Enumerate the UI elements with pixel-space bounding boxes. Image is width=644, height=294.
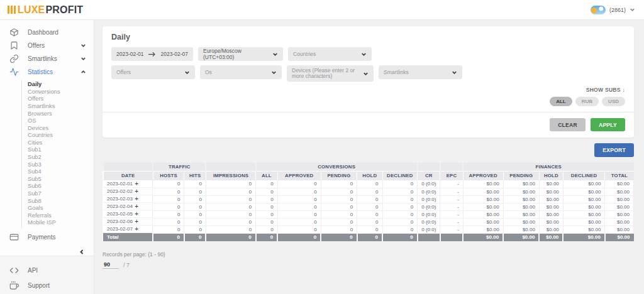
apply-button[interactable]: APPLY [591,118,625,131]
offers-select[interactable]: Offers [111,65,195,79]
os-select[interactable]: Os [200,65,282,79]
countries-select[interactable]: Countries [288,47,372,61]
column-header-epc[interactable]: EPC [440,171,463,180]
currency-pill-rub[interactable]: RUB [575,97,599,106]
sidebar-subitem-browsers[interactable]: Browsers [28,111,94,118]
sidebar-subitem-mobile-isp[interactable]: Mobile ISP [28,219,94,227]
stat-cell: 0 [206,188,255,195]
timezone-select[interactable]: Europe/Moscow (UTC+03:00) [198,47,283,61]
sidebar-item-dashboard[interactable]: Dashboard [0,26,94,39]
sidebar-subitem-smartlinks[interactable]: Smartlinks [28,103,94,111]
devices-select[interactable]: Devices (Please enter 2 or more characte… [287,65,374,82]
column-header-approved[interactable]: APPROVED [277,171,321,180]
expand-row-icon[interactable]: + [135,211,138,217]
column-header-hosts[interactable]: HOSTS [153,171,184,180]
stat-cell: $0.00 [605,188,634,195]
logo-text-profit: PROFIT [45,4,83,16]
sidebar-subitem-conversions[interactable]: Conversions [28,89,94,96]
sidebar-subitem-sub1[interactable]: Sub1 [28,146,94,154]
expand-row-icon[interactable]: + [135,226,138,232]
column-header-total[interactable]: TOTAL [605,171,634,180]
sidebar-subitem-referrals[interactable]: Referrals [28,212,94,220]
total-cell [440,233,463,241]
stat-cell: 0 [153,203,184,210]
sidebar-subitem-sub8[interactable]: Sub8 [28,198,94,205]
table-column-header-row: DATEHOSTSHITSIMPRESSIONSALLAPPROVEDPENDI… [103,171,634,180]
stat-cell: $0.00 [503,188,539,195]
filter-panel: Daily 2023-02-01 2023-02-07 Europe/Mosco… [103,26,634,138]
table-group-traffic: TRAFFIC [153,163,206,171]
sidebar-item-offers[interactable]: Offers [0,39,94,52]
expand-row-icon[interactable]: + [135,219,138,225]
column-header-all[interactable]: ALL [256,171,278,180]
stat-cell: $0.00 [605,195,634,203]
sidebar-subitem-devices[interactable]: Devices [28,125,94,133]
export-button[interactable]: EXPORT [594,143,634,157]
stat-cell: 0 [256,203,278,210]
sidebar-subitem-cities[interactable]: Cities [28,139,94,147]
column-header-pending[interactable]: PENDING [503,171,539,180]
stat-cell: 0 [321,210,357,218]
date-from[interactable]: 2023-02-01 [116,51,143,57]
per-page-input[interactable] [103,261,119,269]
sidebar-subitem-goals[interactable]: Goals [28,205,94,212]
show-subs-toggle[interactable]: SHOW SUBS ↓ [586,87,625,93]
sidebar-subitem-os[interactable]: OS [28,117,94,125]
date-to[interactable]: 2023-02-07 [160,51,187,57]
column-header-hold[interactable]: HOLD [357,171,382,180]
column-header-hold[interactable]: HOLD [539,171,563,180]
column-header-cr[interactable]: CR [418,171,440,180]
date-cell: 2023-02-01+ [103,180,153,188]
devices-placeholder: Devices (Please enter 2 or more characte… [292,66,363,82]
sidebar-subitem-sub7[interactable]: Sub7 [28,190,94,198]
currency-pill-all[interactable]: ALL [550,97,572,106]
clear-button[interactable]: CLEAR [550,118,586,131]
expand-row-icon[interactable]: + [135,188,138,195]
sidebar-item-statistics[interactable]: Statistics [0,65,94,79]
account-menu[interactable]: (2861) [591,6,635,14]
column-header-pending[interactable]: PENDING [321,171,357,180]
stat-cell: 0 [184,226,206,233]
sidebar-subitem-countries[interactable]: Countries [28,132,94,139]
date-range-picker[interactable]: 2023-02-01 2023-02-07 [111,47,193,61]
arrow-right-icon [148,52,156,57]
sidebar-subitem-offers[interactable]: Offers [28,95,94,103]
sidebar-label-support: Support [28,282,86,289]
sidebar-item-support[interactable]: Support [0,278,94,293]
stat-cell: 0 (0:0) [418,188,440,195]
expand-row-icon[interactable]: + [135,181,138,187]
records-per-page-label: Records per page: (1 - 90) [103,251,634,258]
stat-cell: 0 [277,180,321,188]
sidebar-item-smartlinks[interactable]: Smartlinks [0,52,94,65]
row-date: 2023-02-05 [107,211,133,217]
sidebar-subitem-sub2[interactable]: Sub2 [28,154,94,161]
column-header-declined[interactable]: DECLINED [382,171,418,180]
stat-cell: $0.00 [539,188,563,195]
sidebar-item-payments[interactable]: Payments [0,231,94,244]
stat-cell: 0 [206,218,255,226]
table-group-spacer [103,163,153,171]
smartlinks-select[interactable]: Smartlinks [379,65,462,79]
currency-pill-usd[interactable]: USD [602,97,625,106]
stat-cell: 0 [277,195,321,203]
stat-cell: $0.00 [605,203,634,210]
expand-row-icon[interactable]: + [135,196,138,202]
column-header-impressions[interactable]: IMPRESSIONS [206,171,255,180]
row-date: 2023-02-03 [107,196,133,202]
sidebar-collapse-button[interactable] [79,249,85,256]
column-header-declined[interactable]: DECLINED [563,171,605,180]
sidebar-item-api[interactable]: API [0,263,94,278]
sidebar-subitem-sub3[interactable]: Sub3 [28,161,94,169]
column-header-hits[interactable]: HITS [184,171,206,180]
stat-cell: 0 [153,210,184,218]
sidebar-label-offers: Offers [28,42,80,49]
column-header-date[interactable]: DATE [103,171,153,180]
sidebar-subitem-daily[interactable]: Daily [28,81,94,89]
chevron-down-icon [184,70,190,75]
sidebar-subitem-sub6[interactable]: Sub6 [28,183,94,190]
column-header-approved[interactable]: APPROVED [463,171,503,180]
sidebar-subitem-sub5[interactable]: Sub5 [28,176,94,183]
sidebar-subitem-sub4[interactable]: Sub4 [28,168,94,176]
stat-cell: $0.00 [463,188,503,195]
expand-row-icon[interactable]: + [135,204,138,210]
